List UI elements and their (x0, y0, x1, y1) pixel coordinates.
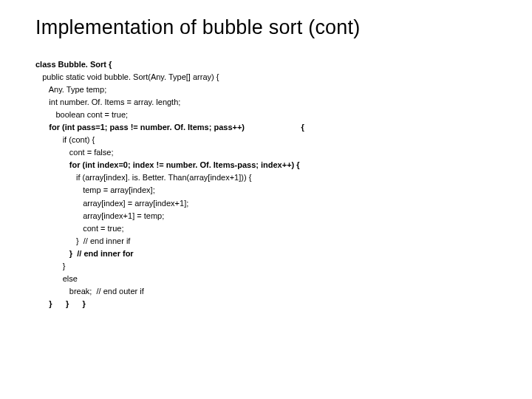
code-line: class Bubble. Sort { (35, 58, 497, 71)
code-line: temp = array[index]; (35, 184, 497, 197)
code-line: Any. Type temp; (35, 83, 497, 96)
code-line: boolean cont = true; (35, 109, 497, 121)
code-line: } // end inner if (35, 235, 497, 248)
code-line: break; // end outer if (35, 285, 497, 298)
slide-container: Implementation of bubble sort (cont) cla… (0, 0, 532, 327)
code-line: cont = false; (35, 146, 497, 159)
code-line: int number. Of. Items = array. length; (35, 96, 497, 109)
code-line: for (int index=0; index != number. Of. I… (35, 159, 497, 171)
code-line: array[index+1] = temp; (35, 210, 497, 222)
code-line: for (int pass=1; pass != number. Of. Ite… (35, 121, 497, 134)
code-block: class Bubble. Sort { public static void … (35, 58, 497, 310)
code-line: cont = true; (35, 222, 497, 235)
code-line: if (cont) { (35, 134, 497, 146)
code-line: } (35, 260, 497, 273)
code-line: } // end inner for (35, 248, 497, 260)
slide-title: Implementation of bubble sort (cont) (35, 16, 497, 39)
code-line: } } } (35, 298, 497, 310)
code-line: if (array[index]. is. Better. Than(array… (35, 171, 497, 184)
code-line: public static void bubble. Sort(Any. Typ… (35, 71, 497, 83)
code-line: array[index] = array[index+1]; (35, 197, 497, 210)
code-line: else (35, 273, 497, 285)
